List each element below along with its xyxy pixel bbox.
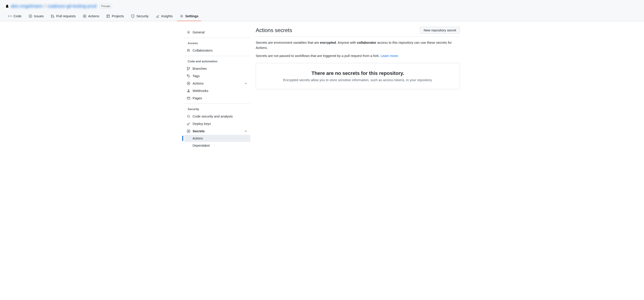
sidebar-item-collaborators[interactable]: Collaborators bbox=[184, 47, 250, 54]
tab-actions[interactable]: Actions bbox=[80, 12, 102, 21]
webhook-icon bbox=[187, 89, 190, 93]
branch-icon bbox=[187, 67, 190, 70]
visibility-badge: Private bbox=[99, 4, 112, 9]
sidebar-item-label: Actions bbox=[192, 136, 203, 140]
svg-point-14 bbox=[187, 82, 190, 85]
sidebar-item-label: Tags bbox=[192, 74, 200, 78]
svg-point-13 bbox=[188, 75, 188, 76]
page-title: Actions secrets bbox=[256, 27, 292, 33]
shield-icon bbox=[131, 14, 134, 18]
sidebar-item-pages[interactable]: Pages bbox=[184, 94, 250, 102]
sidebar-item-general[interactable]: General bbox=[184, 29, 250, 36]
breadcrumb-repo[interactable]: coalesce-git-testing-prod bbox=[48, 4, 96, 9]
svg-point-11 bbox=[187, 69, 188, 70]
repo-tabs: Code Issues Pull requests Actions Projec… bbox=[5, 12, 639, 21]
learn-more-link[interactable]: Learn more bbox=[381, 54, 398, 58]
sidebar-item-label: Collaborators bbox=[192, 48, 212, 52]
play-icon bbox=[187, 82, 190, 85]
chevron-up-icon bbox=[244, 129, 248, 133]
tab-label: Security bbox=[136, 14, 148, 18]
tab-issues[interactable]: Issues bbox=[26, 12, 46, 21]
sidebar-item-label: General bbox=[192, 30, 204, 34]
tab-projects[interactable]: Projects bbox=[104, 12, 126, 21]
breadcrumb-owner[interactable]: alec-engelmann bbox=[11, 4, 42, 9]
pr-icon bbox=[51, 14, 54, 18]
code-icon bbox=[8, 14, 12, 18]
sidebar-subitem-secrets-actions[interactable]: Actions bbox=[184, 135, 250, 142]
gear-icon bbox=[187, 31, 190, 34]
tab-settings[interactable]: Settings bbox=[177, 12, 201, 21]
sidebar-heading-code: Code and automation bbox=[184, 58, 250, 65]
lock-icon bbox=[5, 5, 9, 8]
svg-point-19 bbox=[188, 115, 190, 117]
key-icon bbox=[187, 122, 190, 125]
scan-icon bbox=[187, 115, 190, 118]
sidebar-item-deploy-keys[interactable]: Deploy keys bbox=[184, 120, 250, 127]
svg-point-8 bbox=[188, 32, 189, 33]
sidebar-subitem-secrets-dependabot[interactable]: Dependabot bbox=[184, 142, 250, 149]
sidebar-item-secrets[interactable]: Secrets bbox=[184, 127, 250, 135]
sidebar-item-webhooks[interactable]: Webhooks bbox=[184, 87, 250, 94]
svg-point-2 bbox=[51, 15, 52, 16]
tag-icon bbox=[187, 74, 190, 78]
people-icon bbox=[187, 49, 190, 52]
empty-state-title: There are no secrets for this repository… bbox=[263, 70, 452, 76]
empty-state: There are no secrets for this repository… bbox=[256, 63, 460, 89]
sidebar-item-label: Dependabot bbox=[192, 144, 210, 147]
description-text: Secrets are environment variables that a… bbox=[256, 40, 460, 50]
tab-pull-requests[interactable]: Pull requests bbox=[48, 12, 78, 21]
tab-code[interactable]: Code bbox=[5, 12, 24, 21]
description-text-fork: Secrets are not passed to workflows that… bbox=[256, 53, 460, 59]
empty-state-text: Encrypted secrets allow you to store sen… bbox=[263, 78, 452, 82]
svg-point-1 bbox=[30, 16, 31, 16]
sidebar-item-tags[interactable]: Tags bbox=[184, 72, 250, 80]
gear-icon bbox=[180, 14, 184, 18]
svg-rect-6 bbox=[107, 15, 110, 18]
sidebar-item-label: Pages bbox=[192, 96, 202, 100]
svg-point-10 bbox=[187, 67, 188, 68]
svg-point-4 bbox=[53, 17, 54, 18]
projects-icon bbox=[106, 14, 110, 18]
chevron-down-icon bbox=[244, 82, 248, 85]
svg-rect-18 bbox=[187, 97, 190, 99]
tab-security[interactable]: Security bbox=[128, 12, 151, 21]
sidebar-item-label: Webhooks bbox=[192, 89, 208, 93]
sidebar-item-label: Branches bbox=[192, 67, 207, 70]
breadcrumb: alec-engelmann / coalesce-git-testing-pr… bbox=[5, 4, 639, 12]
sidebar-item-branches[interactable]: Branches bbox=[184, 65, 250, 72]
graph-icon bbox=[156, 14, 160, 18]
sidebar-item-code-security[interactable]: Code security and analysis bbox=[184, 112, 250, 120]
svg-point-3 bbox=[51, 17, 52, 18]
asterisk-icon bbox=[187, 129, 190, 133]
sidebar-item-label: Actions bbox=[192, 81, 204, 85]
main-content: Actions secrets New repository secret Se… bbox=[256, 27, 460, 151]
settings-sidebar: General Access Collaborators Code and au… bbox=[184, 27, 250, 151]
svg-point-9 bbox=[188, 49, 189, 50]
svg-point-12 bbox=[189, 68, 190, 68]
issues-icon bbox=[29, 14, 32, 18]
sidebar-item-label: Secrets bbox=[192, 129, 205, 133]
tab-label: Issues bbox=[34, 14, 44, 18]
svg-point-5 bbox=[83, 15, 86, 18]
tab-label: Pull requests bbox=[56, 14, 76, 18]
tab-label: Actions bbox=[88, 14, 99, 18]
sidebar-heading-access: Access bbox=[184, 40, 250, 47]
svg-point-17 bbox=[188, 89, 189, 90]
tab-insights[interactable]: Insights bbox=[153, 12, 176, 21]
tab-label: Insights bbox=[161, 14, 173, 18]
sidebar-item-label: Deploy keys bbox=[192, 122, 211, 125]
browser-icon bbox=[187, 96, 190, 100]
play-icon bbox=[83, 14, 86, 18]
new-repository-secret-button[interactable]: New repository secret bbox=[420, 27, 460, 34]
tab-label: Settings bbox=[185, 14, 198, 18]
tab-label: Projects bbox=[112, 14, 124, 18]
tab-label: Code bbox=[14, 14, 22, 18]
sidebar-item-label: Code security and analysis bbox=[192, 114, 233, 118]
svg-point-7 bbox=[181, 16, 182, 17]
sidebar-heading-security: Security bbox=[184, 106, 250, 112]
sidebar-item-actions[interactable]: Actions bbox=[184, 80, 250, 87]
